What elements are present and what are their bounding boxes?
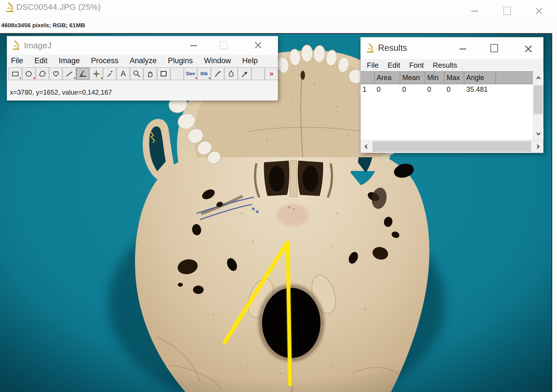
menu-file[interactable]: File [11,56,23,65]
menu-window[interactable]: Window [204,56,231,65]
close-button[interactable] [523,44,534,54]
minimize-button[interactable] [471,11,478,12]
imagej-toolbar: A Dev Stk [7,67,278,81]
image-info-bar: 4608x3456 pixels; RGB; 61MB [0,18,557,33]
menu-edit[interactable]: Edit [388,61,400,70]
brush-tool-button[interactable] [211,67,224,80]
imagej-desktop: DSC00544.JPG (25%) 4608x3456 pixels; RGB… [0,0,557,392]
dev-tool-button[interactable]: Dev [184,67,197,80]
imagej-titlebar[interactable]: ImageJ [7,36,278,55]
rectangle-tool-button[interactable] [9,67,22,80]
cell-min: 0 [425,84,445,95]
results-window: Results File Edit Font Results Area Mean… [360,37,544,153]
cursor-status-text: x=3780, y=1652, value=0,142,167 [10,88,112,96]
maximize-button[interactable] [220,41,228,49]
arrow-tool-button[interactable] [238,67,251,80]
close-button[interactable] [253,40,263,50]
polygon-tool-button[interactable] [36,67,49,80]
imagej-status-area: x=3780, y=1652, value=0,142,167 [7,81,278,101]
column-header-angle[interactable]: Angle [464,72,496,84]
imagej-window-title: ImageJ [24,41,51,50]
column-header-min[interactable]: Min [425,72,445,84]
more-tools-button[interactable]: » [265,67,278,80]
point-tool-button[interactable] [90,67,103,80]
menu-edit[interactable]: Edit [35,56,48,65]
cell-angle: 35.481 [464,84,496,95]
menu-image[interactable]: Image [59,56,80,65]
menu-analyze[interactable]: Analyze [130,56,157,65]
column-header-area[interactable]: Area [375,72,400,84]
menu-font[interactable]: Font [409,61,424,70]
imagej-menubar: File Edit Image Process Analyze Plugins … [7,55,278,67]
close-button[interactable] [534,6,544,16]
freehand-tool-button[interactable] [49,67,62,80]
hand-tool-button[interactable] [144,67,157,80]
results-menubar: File Edit Font Results [361,59,543,71]
wand-tool-button[interactable] [103,67,116,80]
line-tool-button[interactable] [63,67,76,80]
image-info-text: 4608x3456 pixels; RGB; 61MB [1,22,85,29]
zoom-tool-button[interactable] [130,67,143,80]
maximize-button[interactable] [490,44,498,52]
cell-extra [496,84,533,95]
column-header-rownum[interactable] [361,72,375,84]
cell-rownum: 1 [361,84,375,95]
horizontal-scroll-thumb[interactable] [372,141,531,152]
toolbar-spacer [251,67,265,80]
menu-plugins[interactable]: Plugins [168,56,193,65]
menu-file[interactable]: File [367,61,379,70]
minimize-button[interactable] [190,45,197,46]
main-window-title: DSC00544.JPG (25%) [16,3,101,12]
scroll-right-button[interactable] [533,140,543,153]
imagej-tool-window: ImageJ File Edit Image Process Analyze P… [7,36,278,100]
column-header-mean[interactable]: Mean [400,72,425,84]
menu-help[interactable]: Help [242,56,258,65]
main-titlebar: DSC00544.JPG (25%) [0,0,557,14]
table-row[interactable]: 1 0 0 0 0 35.481 [361,84,533,95]
vertical-scrollbar[interactable] [533,71,543,140]
color-picker-tool-button[interactable] [157,67,170,80]
cell-area: 0 [375,84,400,95]
imagej-microscope-icon [5,2,14,14]
cell-mean: 0 [400,84,425,95]
scroll-down-button[interactable] [533,127,544,140]
horizontal-scrollbar[interactable] [361,140,543,153]
imagej-microscope-icon [12,40,20,51]
oval-tool-button[interactable] [22,67,35,80]
scroll-left-button[interactable] [361,140,371,153]
results-table-body[interactable]: 1 0 0 0 0 35.481 [361,84,533,140]
toolbar-spacer [170,67,184,80]
maximize-button[interactable] [503,7,511,15]
menu-results[interactable]: Results [433,61,457,70]
results-window-title: Results [378,43,407,53]
angle-tool-button-selected[interactable] [76,67,89,80]
column-header-extra [496,72,533,84]
column-header-max[interactable]: Max [445,72,464,84]
text-tool-button[interactable]: A [117,67,130,80]
scroll-up-button[interactable] [533,71,544,84]
imagej-microscope-icon [366,43,374,54]
results-table-header: Area Mean Min Max Angle [361,71,533,84]
stk-tool-button[interactable]: Stk [197,67,211,80]
menu-process[interactable]: Process [91,56,119,65]
minimize-button[interactable] [460,49,466,49]
results-titlebar[interactable]: Results [361,37,543,59]
cell-max: 0 [445,84,464,95]
fill-tool-button[interactable] [224,67,238,80]
vertical-scroll-thumb[interactable] [534,85,543,114]
